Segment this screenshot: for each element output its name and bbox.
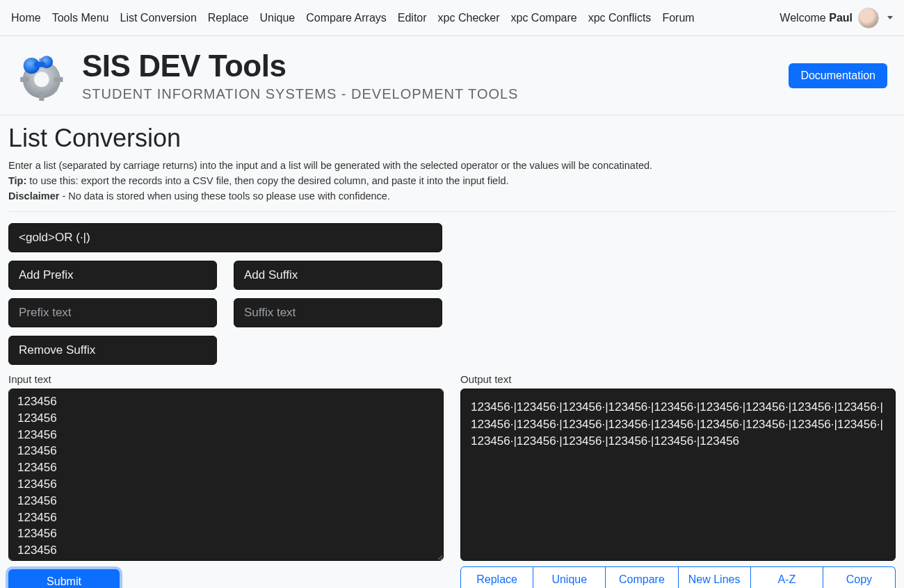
main: List Conversion Enter a list (separated … <box>0 115 904 588</box>
remove-suffix-label: Remove Suffix <box>8 336 217 365</box>
output-label: Output text <box>460 373 511 385</box>
submit-button[interactable]: Submit <box>8 569 120 588</box>
page-title: List Conversion <box>8 124 896 153</box>
tip-line: Tip: to use this: export the records int… <box>8 175 896 186</box>
new-lines-button[interactable]: New Lines <box>679 566 751 588</box>
svg-rect-10 <box>34 62 45 67</box>
nav-link-editor[interactable]: Editor <box>398 12 427 24</box>
a-z-button[interactable]: A-Z <box>751 566 823 588</box>
documentation-button[interactable]: Documentation <box>789 63 887 88</box>
nav-link-xpc-checker[interactable]: xpc Checker <box>438 12 500 24</box>
input-textarea[interactable] <box>8 389 444 561</box>
prefix-input[interactable] <box>8 298 217 327</box>
unique-button[interactable]: Unique <box>533 566 606 588</box>
add-suffix-label: Add Suffix <box>234 261 442 290</box>
welcome-name: Paul <box>829 12 853 24</box>
nav-left: HomeTools MenuList ConversionReplaceUniq… <box>11 12 695 24</box>
output-button-group: ReplaceUniqueCompareNew LinesA-ZCopy <box>460 566 896 588</box>
suffix-input[interactable] <box>234 298 442 327</box>
app-subtitle: STUDENT INFORMATION SYSTEMS - DEVELOPMEN… <box>82 86 518 102</box>
output-area[interactable]: 123456·|123456·|123456·|123456·|123456·|… <box>460 389 896 561</box>
operator-select[interactable] <box>8 223 442 252</box>
nav-link-replace[interactable]: Replace <box>208 12 249 24</box>
intro-line: Enter a list (separated by carriage retu… <box>8 160 896 171</box>
svg-rect-3 <box>20 76 29 81</box>
nav-link-forum[interactable]: Forum <box>662 12 694 24</box>
header: SIS DEV Tools STUDENT INFORMATION SYSTEM… <box>0 36 904 115</box>
svg-rect-2 <box>39 92 44 101</box>
avatar[interactable] <box>858 8 879 28</box>
chevron-down-icon[interactable] <box>887 16 893 19</box>
svg-point-7 <box>34 72 49 87</box>
compare-button[interactable]: Compare <box>606 566 678 588</box>
nav-link-xpc-compare[interactable]: xpc Compare <box>511 12 577 24</box>
nav-link-tools-menu[interactable]: Tools Menu <box>52 12 109 24</box>
top-nav: HomeTools MenuList ConversionReplaceUniq… <box>0 0 904 36</box>
nav-link-unique[interactable]: Unique <box>260 12 296 24</box>
header-titles: SIS DEV Tools STUDENT INFORMATION SYSTEM… <box>82 49 518 102</box>
nav-link-compare-arrays[interactable]: Compare Arrays <box>306 12 387 24</box>
nav-link-home[interactable]: Home <box>11 12 41 24</box>
replace-button[interactable]: Replace <box>460 566 533 588</box>
add-prefix-label: Add Prefix <box>8 261 217 290</box>
disclaimer-line: Disclaimer - No data is stored when usin… <box>8 190 896 202</box>
copy-button[interactable]: Copy <box>823 566 896 588</box>
app-title: SIS DEV Tools <box>82 49 518 83</box>
nav-link-xpc-conflicts[interactable]: xpc Conflicts <box>588 12 652 24</box>
input-label: Input text <box>8 373 51 385</box>
app-logo-icon <box>8 51 72 101</box>
welcome-text: Welcome Paul <box>780 12 853 24</box>
divider <box>8 211 896 212</box>
svg-rect-4 <box>54 76 63 81</box>
intro: Enter a list (separated by carriage retu… <box>8 160 896 202</box>
nav-right: Welcome Paul <box>780 8 893 28</box>
nav-link-list-conversion[interactable]: List Conversion <box>120 12 197 24</box>
